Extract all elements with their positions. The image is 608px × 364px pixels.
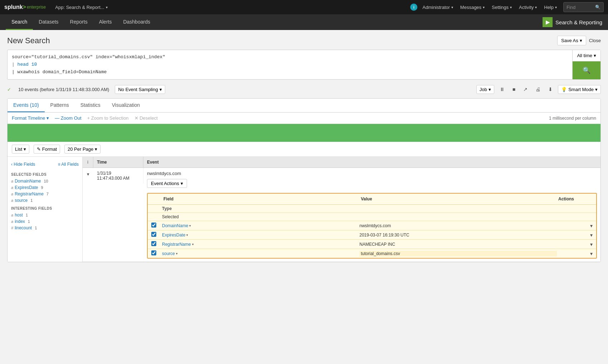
activity-menu[interactable]: Activity ▾ xyxy=(515,0,540,14)
view-controls: List ▾ ✎ Format 20 Per Page ▾ xyxy=(8,142,600,157)
share-icon: ↗ xyxy=(523,86,528,92)
hide-fields-button[interactable]: ‹ Hide Fields xyxy=(11,162,35,167)
source-checkbox[interactable] xyxy=(151,250,156,255)
help-menu[interactable]: Help ▾ xyxy=(540,0,560,14)
perpage-caret-icon: ▾ xyxy=(95,146,97,152)
pause-icon: ⏸ xyxy=(500,86,505,92)
expiresdate-action-caret[interactable]: ▾ xyxy=(590,232,593,238)
field-item-registrarname[interactable]: a RegistrarName 7 xyxy=(8,191,82,197)
page-header-actions: Save As ▾ Close xyxy=(557,36,601,45)
detail-field-header: Field xyxy=(162,196,359,202)
tab-visualization[interactable]: Visualization xyxy=(106,99,146,112)
detail-actions-header: Actions xyxy=(557,196,593,202)
table-row: ▾ 1/31/19 11:47:43.000 AM nwslmtdycs.com… xyxy=(83,168,600,262)
tab-events[interactable]: Events (10) xyxy=(8,99,45,112)
registrarname-action-caret[interactable]: ▾ xyxy=(590,241,593,247)
field-item-domainname[interactable]: a DomainName 10 xyxy=(8,178,82,184)
tab-patterns[interactable]: Patterns xyxy=(45,99,75,112)
status-actions: Job ▾ ⏸ ■ ↗ 🖨 ⬇ 💡 Smart Mode ▾ xyxy=(476,85,601,94)
expiresdate-field[interactable]: ExpiresDate ▾ xyxy=(162,233,359,238)
domainname-action-caret[interactable]: ▾ xyxy=(590,223,593,229)
domainname-field[interactable]: DomainName ▾ xyxy=(162,223,359,228)
time-picker-button[interactable]: All time ▾ xyxy=(573,50,600,61)
field-item-expiresdate[interactable]: a ExpiresDate 9 xyxy=(8,184,82,191)
domainname-value: nwslmtdycs.com xyxy=(359,223,557,228)
event-expand-button[interactable]: ▾ xyxy=(83,168,93,180)
smart-mode-button[interactable]: 💡 Smart Mode ▾ xyxy=(558,85,601,94)
field-item-host[interactable]: a host 1 xyxy=(8,212,82,218)
find-input[interactable] xyxy=(567,5,595,10)
print-button[interactable]: 🖨 xyxy=(533,85,543,94)
export-button[interactable]: ⬇ xyxy=(546,85,555,94)
source-action-caret[interactable]: ▾ xyxy=(590,251,593,256)
format-timeline-button[interactable]: Format Timeline ▾ xyxy=(12,115,49,121)
pause-button[interactable]: ⏸ xyxy=(497,85,507,94)
field-item-index[interactable]: a index 1 xyxy=(8,218,82,225)
nav-item-dashboards[interactable]: Dashboards xyxy=(117,14,156,30)
search-execute-button[interactable]: 🔍 xyxy=(573,61,600,79)
stop-icon: ■ xyxy=(513,86,515,92)
perpage-button[interactable]: 20 Per Page ▾ xyxy=(64,145,100,154)
field-item-linecount[interactable]: # linecount 1 xyxy=(8,225,82,231)
print-icon: 🖨 xyxy=(535,86,540,92)
results-container: Events (10) Patterns Statistics Visualiz… xyxy=(7,98,601,262)
admin-info-icon: i xyxy=(410,4,417,11)
find-input-container[interactable]: 🔍 xyxy=(563,2,604,12)
logo-enterprise: enterprise xyxy=(27,5,46,10)
field-item-source[interactable]: a source 1 xyxy=(8,197,82,204)
save-as-button[interactable]: Save As ▾ xyxy=(557,36,586,45)
source-caret-icon: ▾ xyxy=(176,252,178,255)
event-content: nwslmtdycs.com Event Actions ▾ Field xyxy=(143,168,600,261)
app-caret-icon: ▾ xyxy=(106,5,108,9)
zoom-to-selection-button[interactable]: + Zoom to Selection xyxy=(87,115,129,121)
deselect-button[interactable]: ✕ Deselect xyxy=(134,115,158,121)
app-selector[interactable]: App: Search & Report... ▾ xyxy=(52,0,111,14)
status-bar: ✓ 10 events (before 1/31/19 11:48:33.000… xyxy=(7,83,601,95)
settings-menu[interactable]: Settings ▾ xyxy=(488,0,515,14)
list-view-button[interactable]: List ▾ xyxy=(12,145,29,154)
export-icon: ⬇ xyxy=(548,86,553,92)
messages-menu[interactable]: Messages ▾ xyxy=(457,0,488,14)
results-tabs: Events (10) Patterns Statistics Visualiz… xyxy=(8,99,600,113)
close-button[interactable]: Close xyxy=(589,38,601,43)
nav-item-reports[interactable]: Reports xyxy=(64,14,93,30)
timeline-bar[interactable] xyxy=(8,124,600,142)
admin-caret-icon: ▾ xyxy=(451,5,453,9)
search-bar: source="tutorial_domains.csv" index="who… xyxy=(7,50,601,80)
tab-statistics[interactable]: Statistics xyxy=(75,99,106,112)
job-caret-icon: ▾ xyxy=(489,87,491,92)
zoom-out-button[interactable]: — Zoom Out xyxy=(55,115,81,121)
registrarname-checkbox[interactable] xyxy=(151,241,156,246)
smart-mode-caret-icon: ▾ xyxy=(595,87,598,92)
nav-item-alerts[interactable]: Alerts xyxy=(93,14,118,30)
registrarname-caret-icon: ▾ xyxy=(192,243,194,246)
domainname-checkbox[interactable] xyxy=(151,223,156,228)
brand-label: ▶ Search & Reporting xyxy=(543,17,602,27)
col-info-header: i xyxy=(83,157,93,168)
source-field[interactable]: source ▾ xyxy=(162,251,359,256)
status-check-icon: ✓ xyxy=(7,87,11,92)
all-fields-button[interactable]: ≡ All Fields xyxy=(58,162,79,167)
type-column-label: Type xyxy=(162,206,359,211)
event-detail-header: Field Value Actions xyxy=(148,194,596,205)
domainname-actions: ▾ xyxy=(557,223,593,229)
activity-caret-icon: ▾ xyxy=(535,5,537,9)
find-icon: 🔍 xyxy=(595,5,600,10)
help-caret-icon: ▾ xyxy=(555,5,557,9)
registrarname-field[interactable]: RegistrarName ▾ xyxy=(162,242,359,247)
stop-button[interactable]: ■ xyxy=(510,85,518,94)
share-button[interactable]: ↗ xyxy=(521,85,530,94)
job-button[interactable]: Job ▾ xyxy=(476,85,494,94)
expiresdate-checkbox[interactable] xyxy=(151,232,156,237)
event-actions-button[interactable]: Event Actions ▾ xyxy=(147,179,187,188)
no-sampling-button[interactable]: No Event Sampling ▾ xyxy=(115,85,165,94)
search-input-area[interactable]: source="tutorial_domains.csv" index="who… xyxy=(8,50,572,79)
list-caret-icon: ▾ xyxy=(24,146,26,152)
nav-item-datasets[interactable]: Datasets xyxy=(33,14,64,30)
format-button[interactable]: ✎ Format xyxy=(34,145,60,154)
registrarname-actions: ▾ xyxy=(557,241,593,247)
page-header: New Search Save As ▾ Close xyxy=(7,36,601,45)
event-detail-selected-row: Selected xyxy=(148,213,596,221)
nav-item-search[interactable]: Search xyxy=(6,14,33,30)
admin-menu[interactable]: Administrator ▾ xyxy=(419,0,457,14)
